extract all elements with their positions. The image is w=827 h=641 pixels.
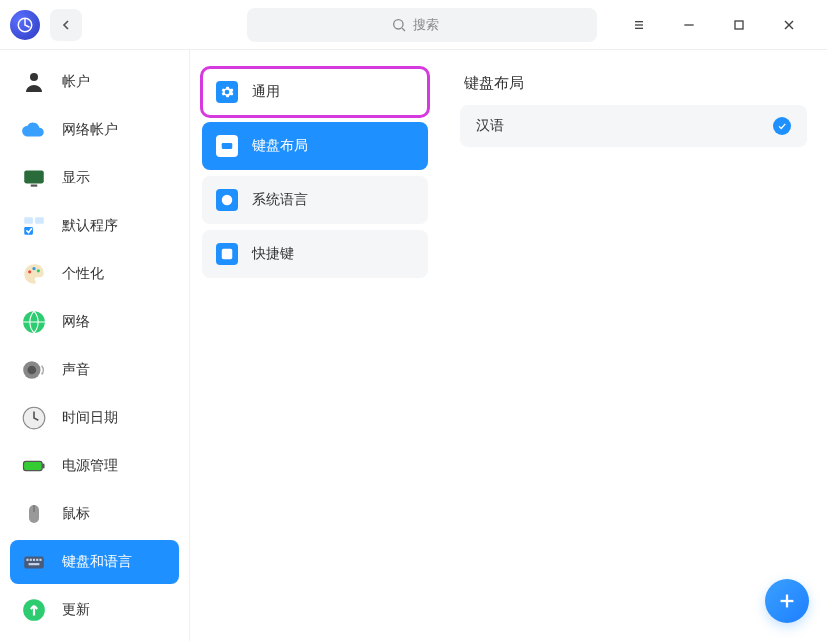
svg-line-2: [402, 28, 405, 31]
svg-rect-11: [24, 170, 44, 183]
svg-rect-23: [24, 461, 43, 470]
titlebar: [0, 0, 827, 50]
sidebar-item-datetime[interactable]: 时间日期: [10, 396, 179, 440]
sidebar-item-label: 键盘和语言: [62, 553, 132, 571]
battery-icon: [20, 452, 48, 480]
keyboard-layout-icon: [216, 135, 238, 157]
svg-rect-28: [26, 559, 28, 561]
sidebar-item-display[interactable]: 显示: [10, 156, 179, 200]
mouse-icon: [20, 500, 48, 528]
svg-point-36: [222, 195, 233, 206]
window-controls: [629, 15, 817, 35]
sidebar-item-label: 时间日期: [62, 409, 118, 427]
sidebar-item-network-accounts[interactable]: 网络帐户: [10, 108, 179, 152]
svg-rect-24: [42, 464, 44, 469]
add-button[interactable]: [765, 579, 809, 623]
content-pane: 键盘布局 汉语: [440, 50, 827, 641]
svg-point-21: [28, 366, 37, 375]
svg-rect-7: [735, 21, 743, 29]
svg-point-17: [32, 267, 35, 270]
sidebar: 帐户 网络帐户 显示 默认程序 个性化: [0, 50, 190, 641]
apps-icon: [20, 212, 48, 240]
sidebar-item-label: 电源管理: [62, 457, 118, 475]
svg-rect-32: [39, 559, 41, 561]
subcat-label: 快捷键: [252, 245, 294, 263]
sidebar-item-label: 网络帐户: [62, 121, 118, 139]
svg-rect-12: [31, 185, 38, 187]
sidebar-item-mouse[interactable]: 鼠标: [10, 492, 179, 536]
user-icon: [20, 68, 48, 96]
search-field[interactable]: [247, 8, 597, 42]
sidebar-item-label: 声音: [62, 361, 90, 379]
svg-rect-14: [35, 217, 44, 224]
menu-button[interactable]: [629, 15, 649, 35]
display-icon: [20, 164, 48, 192]
layout-row[interactable]: 汉语: [460, 105, 807, 147]
palette-icon: [20, 260, 48, 288]
svg-point-18: [37, 269, 40, 272]
svg-rect-31: [36, 559, 38, 561]
cloud-icon: [20, 116, 48, 144]
sidebar-item-label: 默认程序: [62, 217, 118, 235]
svg-point-16: [28, 270, 31, 273]
subcat-label: 通用: [252, 83, 280, 101]
gear-icon: [216, 81, 238, 103]
sidebar-item-personalization[interactable]: 个性化: [10, 252, 179, 296]
svg-rect-35: [222, 143, 233, 149]
globe-icon: [216, 189, 238, 211]
sidebar-item-sound[interactable]: 声音: [10, 348, 179, 392]
svg-rect-30: [33, 559, 35, 561]
sidebar-item-label: 帐户: [62, 73, 90, 91]
sidebar-item-default-apps[interactable]: 默认程序: [10, 204, 179, 248]
sidebar-item-accounts[interactable]: 帐户: [10, 60, 179, 104]
subcat-item-general[interactable]: 通用: [202, 68, 428, 116]
svg-text:Fn: Fn: [224, 251, 230, 257]
svg-rect-27: [24, 557, 44, 569]
subcat-label: 系统语言: [252, 191, 308, 209]
check-icon: [773, 117, 791, 135]
subcat-item-system-language[interactable]: 系统语言: [202, 176, 428, 224]
sidebar-item-label: 个性化: [62, 265, 104, 283]
sub-category-list: 通用 键盘布局 系统语言 Fn 快捷键: [190, 50, 440, 641]
svg-point-10: [30, 73, 38, 81]
section-title: 键盘布局: [464, 74, 807, 93]
svg-rect-29: [30, 559, 32, 561]
close-button[interactable]: [779, 15, 799, 35]
search-input[interactable]: [413, 17, 453, 32]
speaker-icon: [20, 356, 48, 384]
sidebar-item-label: 更新: [62, 601, 90, 619]
sidebar-item-power[interactable]: 电源管理: [10, 444, 179, 488]
update-icon: [20, 596, 48, 624]
subcat-item-shortcuts[interactable]: Fn 快捷键: [202, 230, 428, 278]
network-icon: [20, 308, 48, 336]
subcat-label: 键盘布局: [252, 137, 308, 155]
sidebar-item-label: 鼠标: [62, 505, 90, 523]
svg-rect-33: [29, 563, 40, 565]
minimize-button[interactable]: [679, 15, 699, 35]
fn-key-icon: Fn: [216, 243, 238, 265]
sidebar-item-label: 显示: [62, 169, 90, 187]
sidebar-item-update[interactable]: 更新: [10, 588, 179, 632]
keyboard-icon: [20, 548, 48, 576]
search-icon: [391, 17, 407, 33]
sidebar-item-label: 网络: [62, 313, 90, 331]
svg-point-1: [394, 19, 403, 28]
sidebar-item-keyboard-language[interactable]: 键盘和语言: [10, 540, 179, 584]
app-logo: [10, 10, 40, 40]
clock-icon: [20, 404, 48, 432]
layout-label: 汉语: [476, 117, 504, 135]
sidebar-item-network[interactable]: 网络: [10, 300, 179, 344]
svg-rect-13: [24, 217, 33, 224]
maximize-button[interactable]: [729, 15, 749, 35]
subcat-item-keyboard-layout[interactable]: 键盘布局: [202, 122, 428, 170]
back-button[interactable]: [50, 9, 82, 41]
